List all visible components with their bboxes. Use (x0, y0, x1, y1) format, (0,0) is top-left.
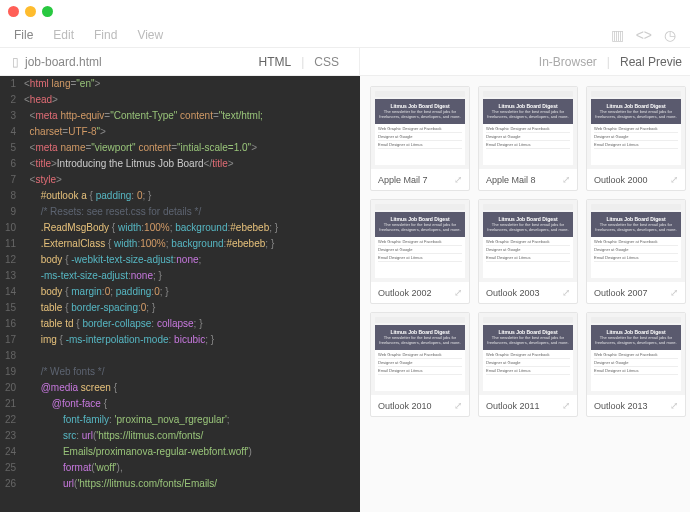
thumb-label: Outlook 2003 (486, 288, 540, 298)
expand-icon[interactable]: ⤢ (562, 174, 570, 185)
code-line[interactable]: 3 <meta http-equiv="Content-Type" conten… (0, 108, 360, 124)
menu-file[interactable]: File (14, 28, 33, 42)
code-line[interactable]: 4 charset=UTF-8"> (0, 124, 360, 140)
code-line[interactable]: 15 table { border-spacing:0; } (0, 300, 360, 316)
line-number: 4 (0, 124, 24, 140)
code-line[interactable]: 22 font-family: 'proxima_nova_rgregular'… (0, 412, 360, 428)
thumb-label: Outlook 2010 (378, 401, 432, 411)
preview-thumb[interactable]: Litmus Job Board DigestThe newsletter fo… (370, 199, 470, 304)
line-number: 20 (0, 380, 24, 396)
code-editor[interactable]: 1<html lang="en">2<head>3 <meta http-equ… (0, 76, 360, 512)
line-number: 12 (0, 252, 24, 268)
line-number: 7 (0, 172, 24, 188)
expand-icon[interactable]: ⤢ (562, 287, 570, 298)
line-number: 22 (0, 412, 24, 428)
tab-html[interactable]: HTML (259, 55, 292, 69)
code-line[interactable]: 12 body { -webkit-text-size-adjust:none; (0, 252, 360, 268)
code-line[interactable]: 2<head> (0, 92, 360, 108)
thumb-label: Outlook 2013 (594, 401, 648, 411)
expand-icon[interactable]: ⤢ (670, 174, 678, 185)
maximize-icon[interactable] (42, 6, 53, 17)
line-number: 14 (0, 284, 24, 300)
line-number: 8 (0, 188, 24, 204)
code-line[interactable]: 17 img { -ms-interpolation-mode: bicubic… (0, 332, 360, 348)
expand-icon[interactable]: ⤢ (670, 287, 678, 298)
line-number: 21 (0, 396, 24, 412)
tab-css[interactable]: CSS (314, 55, 339, 69)
document-icon: ▯ (12, 55, 19, 69)
preview-thumb[interactable]: Litmus Job Board DigestThe newsletter fo… (478, 86, 578, 191)
preview-thumb[interactable]: Litmus Job Board DigestThe newsletter fo… (370, 312, 470, 417)
file-tab[interactable]: ▯ job-board.html (0, 55, 114, 69)
code-line[interactable]: 25 format('woff'), (0, 460, 360, 476)
expand-icon[interactable]: ⤢ (454, 287, 462, 298)
code-icon[interactable]: <> (636, 27, 652, 43)
code-line[interactable]: 10 .ReadMsgBody { width:100%; background… (0, 220, 360, 236)
preview-thumb[interactable]: Litmus Job Board DigestThe newsletter fo… (478, 199, 578, 304)
line-number: 1 (0, 76, 24, 92)
expand-icon[interactable]: ⤢ (454, 400, 462, 411)
code-line[interactable]: 21 @font-face { (0, 396, 360, 412)
tabbar: ▯ job-board.html HTML | CSS In-Browser |… (0, 48, 690, 76)
thumb-image: Litmus Job Board DigestThe newsletter fo… (587, 87, 685, 169)
code-line[interactable]: 20 @media screen { (0, 380, 360, 396)
line-number: 23 (0, 428, 24, 444)
line-number: 3 (0, 108, 24, 124)
code-line[interactable]: 11 .ExternalClass { width:100%; backgrou… (0, 236, 360, 252)
code-line[interactable]: 13 -ms-text-size-adjust:none; } (0, 268, 360, 284)
code-line[interactable]: 26 url('https://litmus.com/fonts/Emails/ (0, 476, 360, 492)
layout-panel-icon[interactable]: ▥ (611, 27, 624, 43)
thumb-image: Litmus Job Board DigestThe newsletter fo… (587, 313, 685, 395)
code-line[interactable]: 1<html lang="en"> (0, 76, 360, 92)
thumb-image: Litmus Job Board DigestThe newsletter fo… (371, 87, 469, 169)
line-number: 9 (0, 204, 24, 220)
expand-icon[interactable]: ⤢ (670, 400, 678, 411)
code-line[interactable]: 9 /* Resets: see reset.css for details *… (0, 204, 360, 220)
preview-thumb[interactable]: Litmus Job Board DigestThe newsletter fo… (370, 86, 470, 191)
preview-thumb[interactable]: Litmus Job Board DigestThe newsletter fo… (586, 86, 686, 191)
tab-inbrowser[interactable]: In-Browser (539, 55, 597, 69)
menu-find[interactable]: Find (94, 28, 117, 42)
line-number: 10 (0, 220, 24, 236)
history-icon[interactable]: ◷ (664, 27, 676, 43)
line-number: 26 (0, 476, 24, 492)
line-number: 2 (0, 92, 24, 108)
line-number: 19 (0, 364, 24, 380)
thumb-label: Outlook 2007 (594, 288, 648, 298)
code-line[interactable]: 7 <style> (0, 172, 360, 188)
line-number: 6 (0, 156, 24, 172)
expand-icon[interactable]: ⤢ (454, 174, 462, 185)
code-line[interactable]: 8 #outlook a { padding: 0; } (0, 188, 360, 204)
thumb-label: Apple Mail 7 (378, 175, 428, 185)
code-line[interactable]: 19 /* Web fonts */ (0, 364, 360, 380)
code-line[interactable]: 23 src: url('https://litmus.com/fonts/ (0, 428, 360, 444)
menu-view[interactable]: View (137, 28, 163, 42)
line-number: 13 (0, 268, 24, 284)
code-line[interactable]: 24 Emails/proximanova-regular-webfont.wo… (0, 444, 360, 460)
code-line[interactable]: 6 <title>Introducing the Litmus Job Boar… (0, 156, 360, 172)
line-number: 15 (0, 300, 24, 316)
line-number: 24 (0, 444, 24, 460)
code-line[interactable]: 16 table td { border-collapse: collapse;… (0, 316, 360, 332)
line-number: 17 (0, 332, 24, 348)
line-number: 11 (0, 236, 24, 252)
preview-thumb[interactable]: Litmus Job Board DigestThe newsletter fo… (478, 312, 578, 417)
preview-thumb[interactable]: Litmus Job Board DigestThe newsletter fo… (586, 199, 686, 304)
preview-thumb[interactable]: Litmus Job Board DigestThe newsletter fo… (586, 312, 686, 417)
code-line[interactable]: 18 (0, 348, 360, 364)
code-line[interactable]: 14 body { margin:0; padding:0; } (0, 284, 360, 300)
code-line[interactable]: 5 <meta name="viewport" content="intial-… (0, 140, 360, 156)
minimize-icon[interactable] (25, 6, 36, 17)
thumb-image: Litmus Job Board DigestThe newsletter fo… (479, 87, 577, 169)
thumb-image: Litmus Job Board DigestThe newsletter fo… (371, 313, 469, 395)
file-tab-label: job-board.html (25, 55, 102, 69)
menu-edit[interactable]: Edit (53, 28, 74, 42)
tab-real-preview[interactable]: Real Previe (620, 55, 682, 69)
expand-icon[interactable]: ⤢ (562, 400, 570, 411)
thumb-label: Outlook 2011 (486, 401, 540, 411)
thumb-label: Outlook 2000 (594, 175, 648, 185)
window-titlebar (0, 0, 690, 22)
thumb-label: Apple Mail 8 (486, 175, 536, 185)
line-number: 18 (0, 348, 24, 364)
close-icon[interactable] (8, 6, 19, 17)
